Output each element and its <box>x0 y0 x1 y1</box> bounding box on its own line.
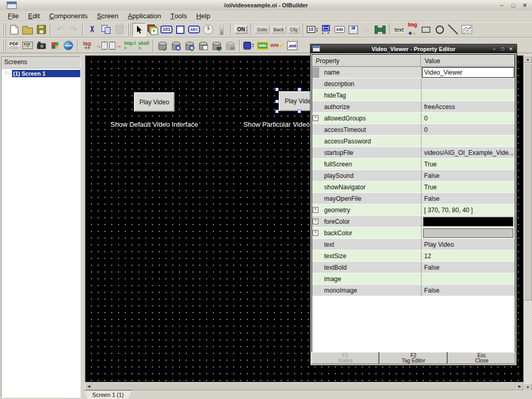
cfg-button-widget-button[interactable]: Cfg <box>287 23 301 37</box>
select-pointer-button[interactable] <box>132 23 146 37</box>
property-row-showNavigator[interactable]: showNavigatorTrue <box>312 182 515 193</box>
property-row-text[interactable]: textPlay Video <box>312 239 515 250</box>
menu-screen[interactable]: Screen <box>92 11 123 20</box>
text-entry-widget-button[interactable]: ABI <box>333 23 347 37</box>
panel-widget-button[interactable]: ▼ <box>347 23 360 37</box>
property-value[interactable]: 0 <box>421 113 515 124</box>
property-row-foreColor[interactable]: +foreColor <box>312 216 515 227</box>
property-value[interactable] <box>421 90 515 101</box>
pe-maximize-icon[interactable] <box>500 46 505 52</box>
wm-wizard-button[interactable]: WM <box>269 39 286 52</box>
menu-file[interactable]: File <box>3 11 23 20</box>
play-video-button-1[interactable]: Play Video <box>134 92 175 112</box>
goto-button-widget-button[interactable]: Goto <box>254 23 270 37</box>
menu-tools[interactable]: Tools <box>166 11 192 20</box>
property-row-hideTag[interactable]: hideTag <box>312 90 515 101</box>
backColor-swatch[interactable] <box>423 228 513 238</box>
save-file-button[interactable] <box>34 23 48 37</box>
toolbar-grip[interactable] <box>3 39 6 52</box>
close-icon[interactable] <box>522 2 528 9</box>
property-row-startupFile[interactable]: startupFilevideos/AIG_OI_Example_Vide... <box>312 147 515 159</box>
keyboard-config-button[interactable] <box>21 39 34 52</box>
db-query-button[interactable]: ↙ <box>183 39 196 52</box>
scroll-right-icon[interactable]: ▶ <box>516 382 524 390</box>
menu-edit[interactable]: Edit <box>23 11 44 20</box>
tag-exchange-button[interactable]: tag◄► <box>80 39 94 52</box>
property-value[interactable] <box>421 78 515 89</box>
snapshot-camera-button[interactable] <box>34 39 48 52</box>
property-row-image[interactable]: image <box>312 273 515 285</box>
vertical-scroll-thumb[interactable] <box>524 63 532 300</box>
copy-button[interactable] <box>99 23 113 37</box>
line-tool-button[interactable] <box>447 23 460 37</box>
tab-screen-1-1-[interactable]: Screen 1 (1) <box>84 390 132 399</box>
property-row-accessTimeout[interactable]: accessTimeout0 <box>312 124 515 136</box>
on-button-widget-button[interactable]: ON <box>233 23 249 37</box>
property-value[interactable]: False <box>421 285 515 296</box>
new-file-button[interactable] <box>7 23 21 37</box>
horizontal-scroll-thumb[interactable] <box>93 382 516 390</box>
property-value[interactable]: freeAccess <box>421 101 515 112</box>
expand-icon[interactable]: + <box>313 207 318 213</box>
property-row-fullScreen[interactable]: fullScreenTrue <box>312 159 515 170</box>
toolbar-grip[interactable] <box>128 23 131 36</box>
text-tool-button[interactable]: text <box>392 23 406 37</box>
image-tool-button[interactable]: Img◆▲ <box>406 23 419 37</box>
db-log-button[interactable] <box>196 39 210 52</box>
maximize-icon[interactable] <box>510 2 516 9</box>
combo-list-widget-button[interactable]: ▲ ▼ <box>319 23 333 37</box>
property-value[interactable]: Video_Viewer <box>421 67 515 78</box>
back-button-widget-button[interactable]: Back <box>270 23 287 37</box>
wm-widget-button[interactable]: WM <box>256 39 269 52</box>
property-value[interactable]: 0 <box>421 124 515 135</box>
expand-icon[interactable]: + <box>313 219 318 224</box>
property-value[interactable]: True <box>421 182 515 192</box>
property-row-backColor[interactable]: +backColor <box>312 227 515 239</box>
property-value[interactable]: 12 <box>421 250 515 261</box>
tree-item--1-screen-1[interactable]: (1) Screen 1 <box>2 69 80 77</box>
gauge-widget-button[interactable] <box>201 23 215 37</box>
http-link-button[interactable]: http:/> <box>123 39 137 52</box>
valve-widget-button[interactable] <box>374 23 387 37</box>
property-editor-title-bar[interactable]: Video_Viewer - Property Editor <box>311 44 516 53</box>
minimize-icon[interactable] <box>499 2 505 9</box>
foreColor-swatch[interactable] <box>423 217 513 226</box>
db-browse-button[interactable] <box>169 39 183 52</box>
db-snapshot-button[interactable]: ↙ <box>210 39 224 52</box>
property-row-mayOpenFile[interactable]: mayOpenFileFalse <box>312 193 515 204</box>
property-row-textBold[interactable]: textBoldFalse <box>312 262 515 273</box>
datastore-spin-button[interactable]: ▲▼ <box>242 39 256 52</box>
property-value[interactable] <box>421 136 515 147</box>
selection-handle[interactable] <box>275 110 279 113</box>
property-value[interactable]: True <box>421 159 515 170</box>
property-value[interactable]: videos/AIG_OI_Example_Vide... <box>421 147 515 158</box>
windows-integration-button[interactable] <box>48 39 61 52</box>
property-row-textSize[interactable]: textSize12 <box>312 250 515 262</box>
property-value[interactable] <box>421 216 515 227</box>
web-publish-button[interactable]: www <box>61 39 75 52</box>
tag-export-button[interactable]: → <box>108 39 123 52</box>
menu-application[interactable]: Application <box>123 11 166 20</box>
property-value[interactable] <box>421 227 515 238</box>
rectangle-tool-button[interactable] <box>419 23 433 37</box>
tag-import-button[interactable]: → <box>94 39 108 52</box>
expand-icon[interactable]: + <box>313 115 318 121</box>
selection-handle[interactable] <box>298 88 301 91</box>
menu-help[interactable]: Help <box>192 11 215 20</box>
db-write-button[interactable]: ↙ <box>156 39 169 52</box>
property-row-geometry[interactable]: +geometry[ 370, 70, 80, 40 ] <box>312 204 515 216</box>
close-button[interactable]: EscClose <box>448 352 515 364</box>
wm-chart-button[interactable]: WM <box>286 39 299 52</box>
selection-handle[interactable] <box>275 88 279 91</box>
property-value[interactable]: [ 370, 70, 80, 40 ] <box>421 204 515 215</box>
property-value[interactable]: Play Video <box>421 239 515 250</box>
screen-stack-button[interactable]: ▼ <box>146 23 159 37</box>
pe-minimize-icon[interactable] <box>492 46 497 52</box>
selection-handle[interactable] <box>275 100 279 103</box>
property-value[interactable]: False <box>421 193 515 204</box>
property-row-monoImage[interactable]: monoImageFalse <box>312 285 515 296</box>
ellipse-tool-button[interactable] <box>433 23 447 37</box>
menu-components[interactable]: Components <box>44 11 92 20</box>
pdf-export-button[interactable]: PDF <box>7 39 21 52</box>
open-file-button[interactable] <box>21 23 34 37</box>
